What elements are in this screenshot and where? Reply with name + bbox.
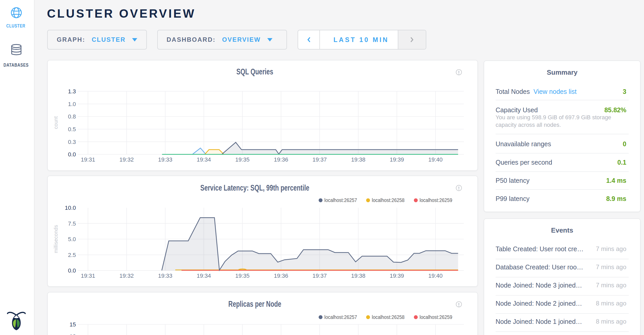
- svg-text:19:37: 19:37: [312, 156, 327, 163]
- svg-text:count: count: [53, 116, 59, 129]
- svg-text:19:40: 19:40: [428, 156, 443, 163]
- svg-text:localhost:26258: localhost:26258: [372, 314, 405, 320]
- svg-text:5.0: 5.0: [68, 236, 76, 242]
- svg-text:19:36: 19:36: [274, 156, 288, 163]
- svg-text:19:39: 19:39: [390, 156, 404, 163]
- svg-text:localhost:26259: localhost:26259: [420, 314, 452, 320]
- svg-text:19:32: 19:32: [119, 156, 134, 163]
- svg-text:SQL Queries: SQL Queries: [236, 67, 273, 76]
- svg-text:Service Latency: SQL, 99th per: Service Latency: SQL, 99th percentile: [200, 183, 309, 192]
- svg-text:19:31: 19:31: [81, 156, 95, 163]
- svg-text:1.0: 1.0: [68, 101, 76, 107]
- svg-text:localhost:26258: localhost:26258: [372, 197, 405, 203]
- svg-text:0.5: 0.5: [68, 126, 76, 132]
- svg-text:2.5: 2.5: [68, 252, 76, 258]
- svg-text:localhost:26259: localhost:26259: [420, 197, 452, 203]
- svg-text:0.0: 0.0: [68, 151, 76, 158]
- svg-text:0.3: 0.3: [68, 139, 76, 145]
- svg-text:7.5: 7.5: [68, 220, 76, 227]
- svg-text:19:37: 19:37: [312, 273, 327, 279]
- svg-text:0.8: 0.8: [68, 113, 76, 120]
- svg-text:19:34: 19:34: [197, 156, 211, 163]
- svg-text:19:39: 19:39: [390, 273, 404, 279]
- svg-text:19:40: 19:40: [428, 273, 443, 279]
- svg-text:19:36: 19:36: [274, 273, 288, 279]
- svg-text:19:34: 19:34: [197, 273, 211, 279]
- svg-text:19:38: 19:38: [351, 273, 365, 279]
- svg-text:milliseconds: milliseconds: [53, 225, 59, 253]
- svg-text:19:31: 19:31: [81, 273, 95, 279]
- svg-text:10: 10: [70, 333, 76, 335]
- svg-text:19:32: 19:32: [119, 273, 134, 279]
- svg-text:Replicas per Node: Replicas per Node: [228, 299, 281, 309]
- svg-text:localhost:26257: localhost:26257: [324, 197, 357, 203]
- svg-text:19:38: 19:38: [351, 156, 365, 163]
- svg-text:19:35: 19:35: [235, 156, 250, 163]
- svg-text:localhost:26257: localhost:26257: [324, 314, 357, 320]
- svg-text:19:33: 19:33: [158, 273, 172, 279]
- svg-text:19:35: 19:35: [235, 273, 250, 279]
- svg-text:15: 15: [70, 321, 76, 328]
- svg-text:10.0: 10.0: [65, 205, 76, 211]
- svg-text:19:33: 19:33: [158, 156, 172, 163]
- svg-text:1.3: 1.3: [68, 88, 76, 95]
- svg-text:0.0: 0.0: [68, 267, 76, 274]
